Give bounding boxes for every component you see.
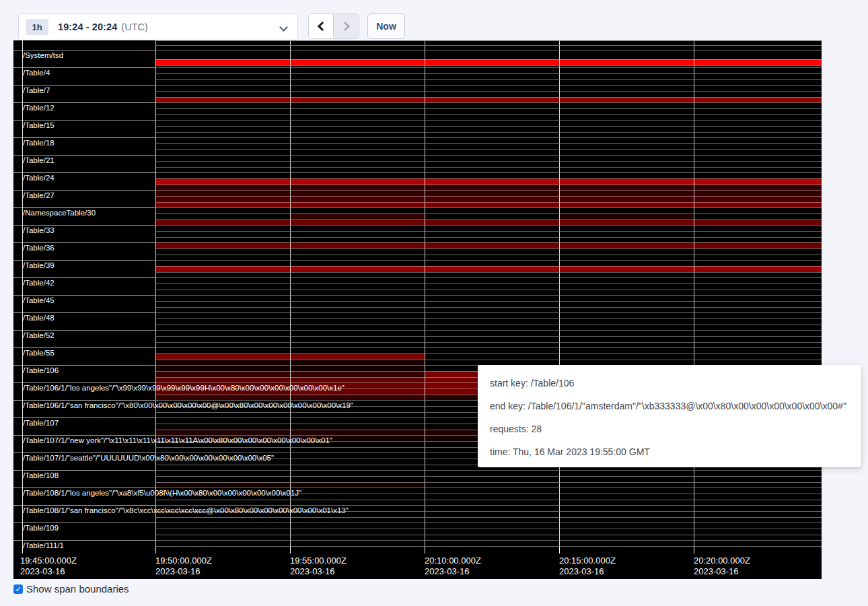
bucket-cell[interactable] xyxy=(559,255,694,260)
bucket-cell[interactable] xyxy=(694,167,822,172)
bucket-cell[interactable] xyxy=(13,318,155,325)
bucket-cell[interactable] xyxy=(155,255,290,260)
bucket-cell[interactable] xyxy=(694,248,822,255)
bucket-cell[interactable] xyxy=(13,459,155,465)
bucket-cell[interactable] xyxy=(559,225,694,231)
bucket-cell[interactable] xyxy=(559,149,694,155)
heatmap-row[interactable] xyxy=(13,330,822,336)
bucket-cell[interactable] xyxy=(694,172,822,178)
bucket-cell[interactable] xyxy=(425,190,559,196)
bucket-cell[interactable] xyxy=(425,67,559,73)
bucket-cell[interactable] xyxy=(155,511,290,517)
heatmap-row[interactable] xyxy=(13,155,822,161)
bucket-cell[interactable] xyxy=(13,272,155,277)
bucket-cell[interactable] xyxy=(13,535,155,540)
bucket-cell[interactable] xyxy=(694,85,822,91)
bucket-cell[interactable] xyxy=(13,354,155,360)
bucket-cell[interactable] xyxy=(559,45,694,50)
bucket-cell[interactable] xyxy=(694,482,822,487)
bucket-cell[interactable] xyxy=(559,59,694,65)
bucket-cell[interactable] xyxy=(13,225,155,231)
bucket-cell[interactable] xyxy=(13,412,155,417)
bucket-cell[interactable] xyxy=(290,172,425,178)
bucket-cell[interactable] xyxy=(425,143,559,149)
bucket-cell[interactable] xyxy=(13,277,155,283)
bucket-cell[interactable] xyxy=(13,97,155,102)
bucket-cell[interactable] xyxy=(559,470,694,476)
bucket-cell[interactable] xyxy=(425,79,559,85)
bucket-cell[interactable] xyxy=(559,79,694,85)
bucket-cell[interactable] xyxy=(155,155,290,161)
bucket-cell[interactable] xyxy=(694,295,822,301)
bucket-cell[interactable] xyxy=(559,120,694,126)
bucket-cell[interactable] xyxy=(559,482,694,487)
bucket-cell[interactable] xyxy=(290,108,425,114)
heatmap-row[interactable] xyxy=(13,283,822,290)
bucket-cell[interactable] xyxy=(559,523,694,529)
bucket-cell[interactable] xyxy=(155,102,290,108)
heatmap-row[interactable] xyxy=(13,540,822,546)
bucket-cell[interactable] xyxy=(290,476,425,482)
bucket-cell[interactable] xyxy=(425,295,559,301)
bucket-cell[interactable] xyxy=(155,529,290,535)
bucket-cell[interactable] xyxy=(290,435,425,441)
bucket-cell[interactable] xyxy=(155,260,290,266)
bucket-cell[interactable] xyxy=(290,482,425,487)
bucket-cell[interactable] xyxy=(425,108,559,114)
bucket-cell[interactable] xyxy=(155,132,290,137)
heatmap-row[interactable] xyxy=(13,231,822,237)
bucket-cell[interactable] xyxy=(13,255,155,260)
bucket-cell[interactable] xyxy=(13,295,155,301)
bucket-cell[interactable] xyxy=(155,312,290,318)
bucket-cell[interactable] xyxy=(155,114,290,120)
bucket-cell[interactable] xyxy=(425,523,559,529)
key-visualizer-heatmap[interactable]: /System/tsd/Table/4/Table/7/Table/12/Tab… xyxy=(13,40,822,579)
bucket-cell[interactable] xyxy=(290,137,425,143)
bucket-cell[interactable] xyxy=(155,79,290,85)
show-span-boundaries-checkbox[interactable]: ✓ xyxy=(13,584,23,594)
bucket-cell[interactable] xyxy=(290,295,425,301)
heatmap-row[interactable] xyxy=(13,213,822,220)
bucket-cell[interactable] xyxy=(425,360,559,365)
bucket-cell[interactable] xyxy=(559,505,694,511)
bucket-cell[interactable] xyxy=(290,406,425,412)
bucket-cell[interactable] xyxy=(13,529,155,535)
bucket-cell[interactable] xyxy=(155,482,290,487)
heatmap-row[interactable] xyxy=(13,196,822,202)
heatmap-row[interactable] xyxy=(13,85,822,91)
bucket-cell[interactable] xyxy=(425,137,559,143)
bucket-cell[interactable] xyxy=(155,476,290,482)
bucket-cell[interactable] xyxy=(425,255,559,260)
heatmap-row[interactable] xyxy=(13,91,822,97)
bucket-cell[interactable] xyxy=(559,342,694,347)
bucket-cell[interactable] xyxy=(155,412,290,417)
bucket-cell[interactable] xyxy=(290,202,425,207)
bucket-cell[interactable] xyxy=(425,172,559,178)
bucket-cell[interactable] xyxy=(559,178,694,184)
bucket-cell[interactable] xyxy=(559,347,694,354)
bucket-cell[interactable] xyxy=(13,400,155,406)
bucket-cell[interactable] xyxy=(13,149,155,155)
bucket-cell[interactable] xyxy=(13,126,155,132)
heatmap-row[interactable] xyxy=(13,295,822,301)
bucket-cell[interactable] xyxy=(290,511,425,517)
bucket-cell[interactable] xyxy=(13,143,155,149)
bucket-cell[interactable] xyxy=(290,220,425,225)
bucket-cell[interactable] xyxy=(13,85,155,91)
heatmap-row[interactable] xyxy=(13,108,822,114)
bucket-cell[interactable] xyxy=(155,540,290,546)
heatmap-row[interactable] xyxy=(13,242,822,248)
bucket-cell[interactable] xyxy=(13,417,155,424)
bucket-cell[interactable] xyxy=(13,505,155,511)
bucket-cell[interactable] xyxy=(155,161,290,167)
bucket-cell[interactable] xyxy=(425,347,559,354)
bucket-cell[interactable] xyxy=(13,196,155,202)
bucket-cell[interactable] xyxy=(13,517,155,523)
bucket-cell[interactable] xyxy=(290,494,425,500)
bucket-cell[interactable] xyxy=(13,424,155,430)
bucket-cell[interactable] xyxy=(425,167,559,172)
bucket-cell[interactable] xyxy=(155,395,290,400)
bucket-cell[interactable] xyxy=(425,290,559,295)
bucket-cell[interactable] xyxy=(13,220,155,225)
bucket-cell[interactable] xyxy=(13,325,155,330)
